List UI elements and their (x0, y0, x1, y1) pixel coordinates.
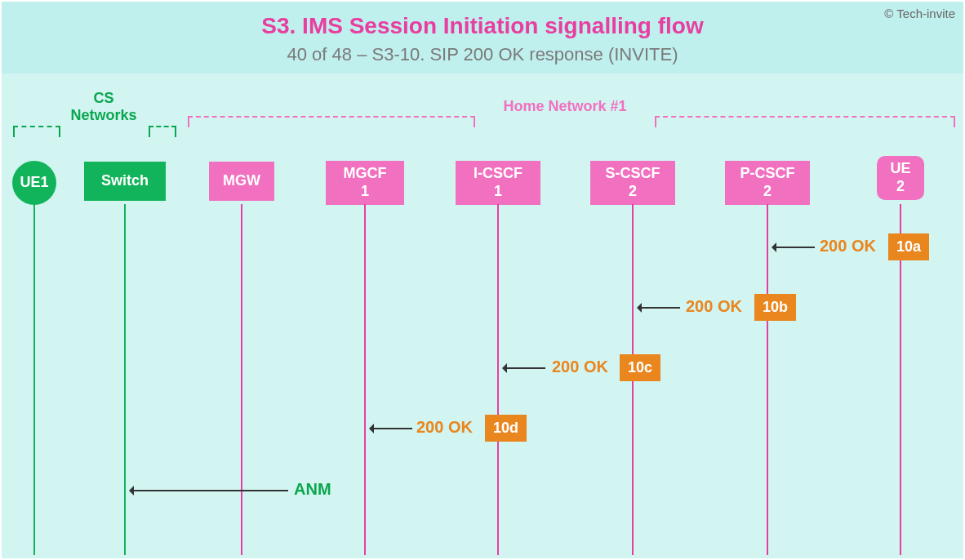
node-mgw: MGW (209, 162, 274, 201)
bracket-home-left (188, 116, 475, 127)
msg-anm-text: ANM (294, 480, 331, 499)
diagram-title: S3. IMS Session Initiation signalling fl… (2, 13, 963, 39)
arrow-10b (638, 307, 680, 309)
node-mgw-label: MGW (223, 172, 260, 190)
arrow-anm (130, 490, 288, 491)
bracket-home-right (655, 116, 955, 127)
lifeline-ue1 (33, 204, 35, 555)
lifeline-mgw (241, 204, 242, 555)
node-icscf1-l2: 1 (494, 183, 502, 201)
node-switch-label: Switch (101, 172, 149, 190)
node-pcscf2-l1: P-CSCF (740, 165, 795, 183)
diagram-subtitle: 40 of 48 – S3-10. SIP 200 OK response (I… (2, 44, 963, 65)
group-cs-line1: CS (93, 90, 113, 106)
diagram-canvas: © Tech-invite S3. IMS Session Initiation… (2, 2, 963, 558)
lifeline-pcscf2 (767, 204, 768, 555)
node-ue1: UE1 (12, 161, 56, 205)
arrow-10a (772, 247, 815, 248)
node-scscf2-l1: S-CSCF (606, 165, 660, 183)
node-mgcf1-l1: MGCF (344, 165, 387, 183)
badge-10d: 10d (485, 415, 527, 442)
group-home-label: Home Network #1 (483, 98, 647, 115)
node-switch: Switch (84, 162, 166, 201)
badge-10b: 10b (754, 294, 796, 321)
lifeline-icscf1 (497, 204, 499, 555)
node-scscf2-l2: 2 (629, 183, 637, 201)
lifeline-switch (124, 204, 126, 555)
node-ue2: UE 2 (877, 156, 924, 200)
node-icscf1-l1: I-CSCF (474, 165, 523, 183)
node-icscf1: I-CSCF 1 (456, 161, 540, 205)
badge-10c: 10c (620, 354, 660, 381)
node-ue2-l2: 2 (896, 178, 905, 196)
node-mgcf1-l2: 1 (361, 183, 369, 201)
lifeline-mgcf1 (364, 204, 366, 555)
msg-10d-text: 200 OK (416, 418, 473, 437)
msg-10b-text: 200 OK (686, 297, 742, 316)
node-ue1-label: UE1 (20, 174, 48, 192)
group-cs-line2: Networks (70, 107, 136, 123)
node-pcscf2-l2: 2 (763, 183, 772, 201)
node-ue2-l1: UE (890, 160, 910, 178)
msg-10a-text: 200 OK (820, 237, 876, 256)
group-cs-label: CS Networks (51, 90, 157, 124)
arrow-10d (370, 428, 412, 429)
badge-10a: 10a (888, 233, 929, 260)
arrow-10c (503, 367, 545, 369)
bracket-cs-right (149, 126, 176, 137)
node-scscf2: S-CSCF 2 (590, 161, 675, 205)
msg-10c-text: 200 OK (552, 358, 608, 376)
node-mgcf1: MGCF 1 (326, 161, 404, 205)
node-pcscf2: P-CSCF 2 (725, 161, 810, 205)
bracket-cs-left (13, 126, 60, 137)
